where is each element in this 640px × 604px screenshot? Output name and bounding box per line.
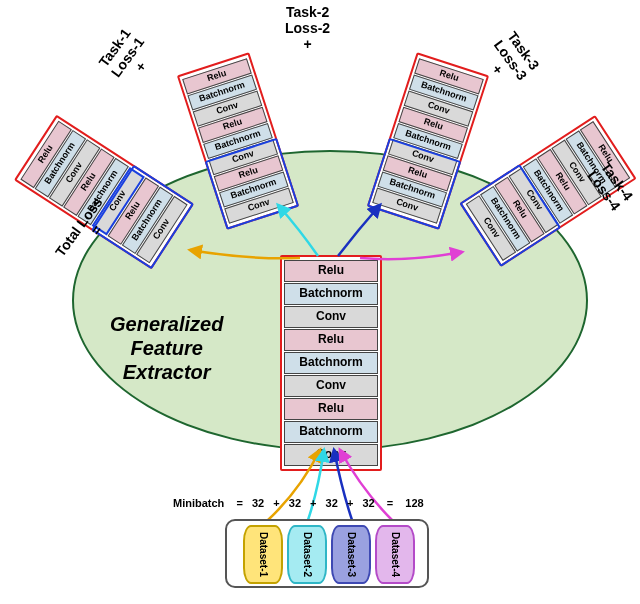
dataset-label: Dataset-1 bbox=[258, 532, 269, 577]
equals-sign: = bbox=[387, 497, 393, 509]
plus-icon: + bbox=[489, 61, 507, 77]
task2-label: Task-2 Loss-2 + bbox=[285, 4, 330, 52]
minibatch-label: Minibatch bbox=[173, 497, 224, 509]
layer: Relu bbox=[284, 329, 378, 351]
dataset-1: Dataset-1 bbox=[243, 525, 283, 584]
dataset-label: Dataset-2 bbox=[302, 532, 313, 577]
loss-text: Loss-2 bbox=[285, 20, 330, 36]
dataset-4: Dataset-4 bbox=[375, 525, 415, 584]
center-block: Relu Batchnorm Conv Relu Batchnorm Conv … bbox=[280, 255, 382, 471]
layer: Relu bbox=[284, 260, 378, 282]
mb-total: 128 bbox=[405, 497, 423, 509]
task-text: Task-2 bbox=[286, 4, 329, 20]
equals-sign: = bbox=[236, 497, 242, 509]
plus-icon: + bbox=[273, 497, 279, 509]
plus-icon: + bbox=[303, 36, 311, 52]
gfe-text: GeneralizedFeatureExtractor bbox=[110, 313, 223, 383]
layer: Conv bbox=[284, 306, 378, 328]
mb-val: 32 bbox=[289, 497, 301, 509]
plus-icon: + bbox=[347, 497, 353, 509]
dataset-label: Dataset-4 bbox=[390, 532, 401, 577]
center-layers: Relu Batchnorm Conv Relu Batchnorm Conv … bbox=[284, 259, 378, 467]
layer: Batchnorm bbox=[284, 283, 378, 305]
dataset-2: Dataset-2 bbox=[287, 525, 327, 584]
layer: Relu bbox=[284, 398, 378, 420]
task3-label: Task-3 Loss-3 + bbox=[478, 28, 543, 93]
mb-val: 32 bbox=[326, 497, 338, 509]
layer: Batchnorm bbox=[284, 421, 378, 443]
generalized-feature-extractor-label: GeneralizedFeatureExtractor bbox=[110, 312, 223, 384]
plus-icon: + bbox=[310, 497, 316, 509]
plus-icon: + bbox=[132, 58, 150, 74]
mb-val: 32 bbox=[362, 497, 374, 509]
mb-val: 32 bbox=[252, 497, 264, 509]
task1-label: Task-1 Loss-1 + bbox=[95, 25, 160, 90]
minibatch-line: Minibatch = 32 + 32 + 32 + 32 = 128 bbox=[170, 497, 427, 509]
datasets-container: Dataset-1 Dataset-2 Dataset-3 Dataset-4 bbox=[225, 519, 429, 588]
layer: Conv bbox=[284, 444, 378, 466]
dataset-label: Dataset-3 bbox=[346, 532, 357, 577]
layer: Conv bbox=[284, 375, 378, 397]
dataset-3: Dataset-3 bbox=[331, 525, 371, 584]
layer: Batchnorm bbox=[284, 352, 378, 374]
